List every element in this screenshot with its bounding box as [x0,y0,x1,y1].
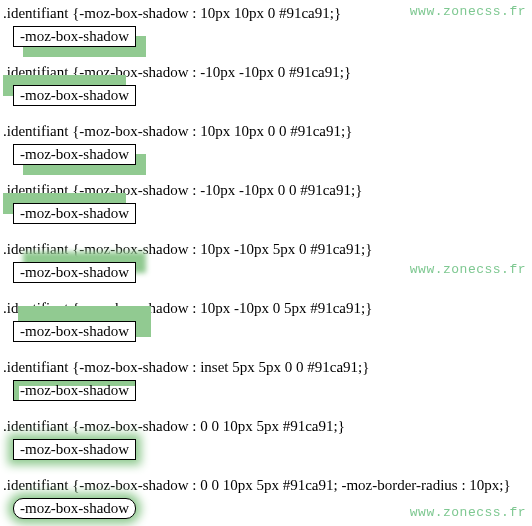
demo-box: -moz-box-shadow [13,321,136,342]
demo-box: -moz-box-shadow [13,144,136,165]
demo-box: -moz-box-shadow [13,85,136,106]
demo-box: -moz-box-shadow [13,439,136,460]
css-code: .identifiant {-moz-box-shadow : -10px -1… [3,182,529,199]
css-code: .identifiant {-moz-box-shadow : inset 5p… [3,359,529,376]
example-1: .identifiant {-moz-box-shadow : -10px -1… [3,64,529,106]
demo-box: -moz-box-shadow [13,262,136,283]
css-code: .identifiant {-moz-box-shadow : 10px -10… [3,241,529,258]
demo-box: -moz-box-shadow [13,498,136,519]
watermark-bottom: www.zonecss.fr [410,505,526,520]
css-code: .identifiant {-moz-box-shadow : -10px -1… [3,64,529,81]
example-4: .identifiant {-moz-box-shadow : 10px -10… [3,241,529,283]
example-0: .identifiant {-moz-box-shadow : 10px 10p… [3,5,529,47]
example-5: .identifiant {-moz-box-shadow : 10px -10… [3,300,529,342]
example-3: .identifiant {-moz-box-shadow : -10px -1… [3,182,529,224]
example-6: .identifiant {-moz-box-shadow : inset 5p… [3,359,529,401]
css-code: .identifiant {-moz-box-shadow : 0 0 10px… [3,477,529,494]
example-7: .identifiant {-moz-box-shadow : 0 0 10px… [3,418,529,460]
demo-box: -moz-box-shadow [13,380,136,401]
demo-box: -moz-box-shadow [13,26,136,47]
example-2: .identifiant {-moz-box-shadow : 10px 10p… [3,123,529,165]
css-code: .identifiant {-moz-box-shadow : 10px -10… [3,300,529,317]
css-code: .identifiant {-moz-box-shadow : 0 0 10px… [3,418,529,435]
demo-box: -moz-box-shadow [13,203,136,224]
css-code: .identifiant {-moz-box-shadow : 10px 10p… [3,5,529,22]
css-code: .identifiant {-moz-box-shadow : 10px 10p… [3,123,529,140]
